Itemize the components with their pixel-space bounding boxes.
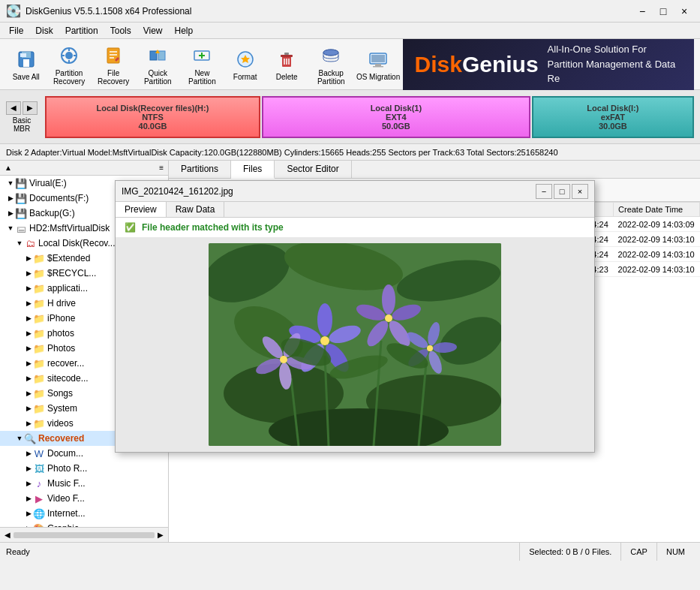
tree-label-hd2: HD2:MsftVirtualDisk: [29, 223, 110, 233]
svg-rect-22: [281, 55, 293, 57]
tree-collapse-all[interactable]: ≡: [158, 162, 165, 173]
partition-h-name: Local Disk(Recover files)(H:): [97, 104, 209, 113]
disk-prev-button[interactable]: ◀: [6, 101, 21, 115]
disk-info-text: Disk 2 Adapter:Virtual Model:MsftVirtual…: [6, 148, 558, 157]
partition-i[interactable]: Local Disk(I:) exFAT 30.0GB: [532, 96, 694, 138]
os-migration-button[interactable]: OS Migration: [356, 43, 401, 86]
statusbar-right: Selected: 0 B / 0 Files. CAP NUM: [519, 543, 694, 561]
disk-nav-buttons: ◀ ▶: [6, 101, 38, 115]
partition-recovery-icon: [57, 44, 81, 68]
tree-label-music-r: Music F...: [47, 478, 86, 489]
os-migration-icon: [366, 47, 390, 71]
svg-point-51: [320, 336, 329, 345]
tree-label-virual-e: Virual(E:): [29, 178, 67, 188]
folder-icon-system: 📁: [33, 402, 45, 414]
tree-scroll-up[interactable]: ▲: [3, 162, 14, 173]
tree-label-photos: photos: [47, 328, 74, 339]
delete-button[interactable]: Delete: [266, 43, 306, 86]
brand-area: DiskGenius All-In-One Solution ForPartit…: [403, 39, 695, 90]
partition-h[interactable]: Local Disk(Recover files)(H:) NTFS 40.0G…: [45, 96, 260, 138]
preview-image: [209, 243, 501, 446]
menu-tools[interactable]: Tools: [104, 24, 137, 38]
partition-1-name: Local Disk(1): [371, 104, 422, 113]
brand-logo: DiskGenius: [415, 52, 539, 77]
tree-item-photo-r[interactable]: ▶ 🖼 Photo R...: [0, 461, 168, 476]
tree-label-recovered: Recovered: [38, 433, 84, 444]
maximize-button[interactable]: □: [653, 2, 673, 20]
svg-rect-3: [20, 53, 26, 57]
quick-partition-button[interactable]: QuickPartition: [137, 43, 179, 86]
preview-tabs: Preview Raw Data: [116, 202, 594, 218]
tree-label-videos: videos: [47, 418, 74, 429]
svg-point-57: [385, 315, 392, 322]
tree-item-video-r[interactable]: ▶ ▶ Video F...: [0, 491, 168, 506]
disk-next-button[interactable]: ▶: [23, 101, 38, 115]
tree-label-recover: recover...: [47, 358, 84, 369]
menu-partition[interactable]: Partition: [59, 24, 104, 38]
preview-image-area: [116, 237, 594, 452]
col-created[interactable]: Create Date Time: [614, 203, 700, 217]
new-partition-button[interactable]: NewPartition: [181, 43, 224, 86]
preview-restore-button[interactable]: □: [554, 184, 570, 199]
image-icon: 🖼: [33, 462, 45, 474]
tree-header: ▲ ≡: [0, 161, 168, 176]
tree-label-internet: Internet...: [47, 508, 86, 519]
tree-nav-bottom: ◀ ▶: [0, 527, 168, 542]
video-icon: ▶: [33, 492, 45, 504]
menubar: File Disk Partition Tools View Help: [0, 23, 700, 39]
folder-icon-h-drive: 📁: [33, 297, 45, 309]
preview-controls: − □ ×: [536, 184, 588, 199]
tab-files[interactable]: Files: [231, 161, 275, 179]
titlebar: 💽 DiskGenius V5.5.1.1508 x64 Professiona…: [0, 0, 700, 23]
format-button[interactable]: Format: [225, 43, 265, 86]
preview-status-bar: ✅ File header matched with its type: [116, 218, 594, 237]
partition-recovery-button[interactable]: PartitionRecovery: [47, 43, 90, 86]
menu-help[interactable]: Help: [169, 24, 200, 38]
svg-rect-31: [373, 66, 383, 68]
folder-icon-songs: 📁: [33, 387, 45, 399]
partition-h-fs: NTFS: [142, 113, 164, 122]
preview-minimize-button[interactable]: −: [536, 184, 552, 199]
tree-label-backup-g: Backup(G:): [29, 208, 75, 218]
save-all-button[interactable]: Save All: [6, 43, 46, 86]
preview-tab-preview[interactable]: Preview: [116, 202, 167, 217]
tab-partitions[interactable]: Partitions: [169, 161, 231, 178]
partition-1[interactable]: Local Disk(1) EXT4 50.0GB: [262, 96, 530, 138]
partition-icon: 🗂: [24, 237, 36, 249]
titlebar-controls: − □ ×: [632, 2, 694, 20]
tree-item-internet[interactable]: ▶ 🌐 Internet...: [0, 506, 168, 521]
tab-sector-editor[interactable]: Sector Editor: [275, 161, 351, 178]
toolbar: Save All PartitionRecovery FileRecovery …: [0, 39, 700, 90]
tree-item-music-r[interactable]: ▶ ♪ Music F...: [0, 476, 168, 491]
tree-scroll-left[interactable]: ◀: [3, 529, 12, 540]
file-recovery-icon: [101, 44, 125, 68]
preview-close-button[interactable]: ×: [572, 184, 588, 199]
preview-title: IMG_20210424_161202.jpg: [122, 186, 233, 197]
tree-scrollbar[interactable]: [14, 532, 155, 538]
disk-navigation: ◀ ▶ Basic MBR: [6, 101, 38, 133]
preview-modal: IMG_20210424_161202.jpg − □ × Preview Ra…: [115, 180, 595, 453]
menu-disk[interactable]: Disk: [29, 24, 59, 38]
folder-icon-iphone: 📁: [33, 312, 45, 324]
svg-rect-14: [150, 51, 157, 60]
svg-point-5: [65, 52, 73, 59]
preview-titlebar: IMG_20210424_161202.jpg − □ ×: [116, 181, 594, 202]
statusbar: Ready Selected: 0 B / 0 Files. CAP NUM: [0, 542, 700, 560]
tree-item-graphic[interactable]: ▶ 🎨 Graphic...: [0, 521, 168, 527]
svg-point-52: [382, 284, 395, 315]
menu-file[interactable]: File: [3, 24, 29, 38]
partition-1-size: 50.0GB: [382, 122, 410, 131]
minimize-button[interactable]: −: [632, 2, 652, 20]
menu-view[interactable]: View: [137, 24, 169, 38]
tree-label-video-r: Video F...: [47, 493, 85, 504]
backup-partition-button[interactable]: BackupPartition: [308, 43, 354, 86]
tree-scroll-right[interactable]: ▶: [156, 529, 165, 540]
preview-status-text: File header matched with its type: [142, 222, 284, 233]
tree-label-extended: $Extended: [47, 253, 90, 263]
preview-tab-raw[interactable]: Raw Data: [167, 202, 225, 217]
disk-info-bar: Disk 2 Adapter:Virtual Model:MsftVirtual…: [0, 144, 700, 161]
file-recovery-button[interactable]: FileRecovery: [92, 43, 135, 86]
close-button[interactable]: ×: [674, 2, 694, 20]
check-icon: ✅: [125, 222, 136, 233]
folder-icon-recycle: 📁: [33, 267, 45, 279]
